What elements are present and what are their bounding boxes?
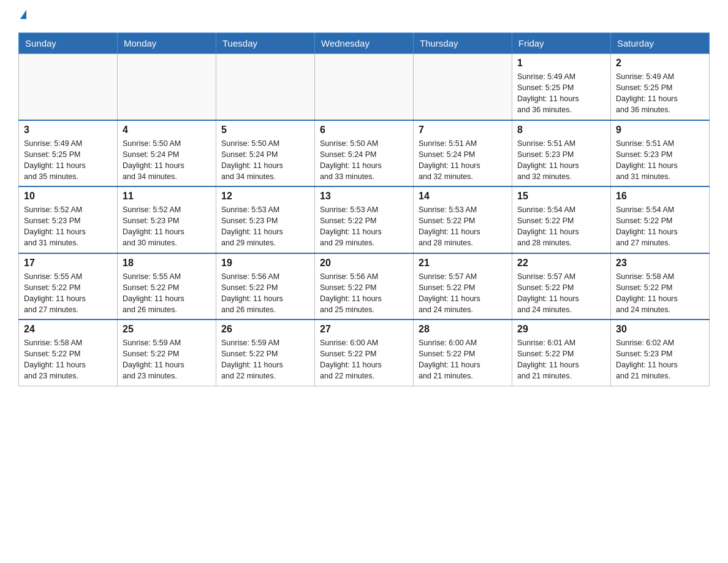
calendar-cell: 18Sunrise: 5:55 AM Sunset: 5:22 PM Dayli… (118, 253, 216, 320)
calendar-cell: 21Sunrise: 5:57 AM Sunset: 5:22 PM Dayli… (414, 253, 512, 320)
calendar-cell: 23Sunrise: 5:58 AM Sunset: 5:22 PM Dayli… (611, 253, 710, 320)
calendar-table: SundayMondayTuesdayWednesdayThursdayFrid… (18, 33, 710, 386)
calendar-cell: 8Sunrise: 5:51 AM Sunset: 5:23 PM Daylig… (512, 120, 611, 187)
day-number: 28 (419, 324, 507, 335)
logo-triangle-icon (20, 10, 26, 19)
calendar-cell: 30Sunrise: 6:02 AM Sunset: 5:23 PM Dayli… (611, 320, 710, 386)
day-info: Sunrise: 5:53 AM Sunset: 5:23 PM Dayligh… (221, 204, 309, 249)
calendar-cell: 24Sunrise: 5:58 AM Sunset: 5:22 PM Dayli… (19, 320, 118, 386)
calendar-header-wednesday: Wednesday (315, 33, 414, 54)
day-info: Sunrise: 5:53 AM Sunset: 5:22 PM Dayligh… (419, 204, 507, 249)
calendar-cell: 4Sunrise: 5:50 AM Sunset: 5:24 PM Daylig… (118, 120, 216, 187)
day-info: Sunrise: 5:49 AM Sunset: 5:25 PM Dayligh… (616, 71, 704, 116)
day-info: Sunrise: 5:58 AM Sunset: 5:22 PM Dayligh… (24, 337, 112, 382)
calendar-header-row: SundayMondayTuesdayWednesdayThursdayFrid… (19, 33, 710, 54)
day-number: 27 (320, 324, 408, 335)
day-info: Sunrise: 5:58 AM Sunset: 5:22 PM Dayligh… (616, 271, 704, 316)
day-number: 23 (616, 258, 704, 269)
calendar-cell: 16Sunrise: 5:54 AM Sunset: 5:22 PM Dayli… (611, 186, 710, 253)
calendar-cell (414, 54, 512, 120)
day-info: Sunrise: 5:59 AM Sunset: 5:22 PM Dayligh… (123, 337, 211, 382)
calendar-header-monday: Monday (118, 33, 216, 54)
header (18, 12, 710, 21)
day-number: 24 (24, 324, 112, 335)
day-number: 3 (24, 124, 112, 136)
calendar-cell: 7Sunrise: 5:51 AM Sunset: 5:24 PM Daylig… (414, 120, 512, 187)
day-number: 18 (123, 258, 211, 269)
day-number: 10 (24, 191, 112, 202)
day-number: 25 (123, 324, 211, 335)
day-number: 16 (616, 191, 704, 202)
day-number: 14 (419, 191, 507, 202)
day-number: 7 (419, 124, 507, 136)
day-number: 11 (123, 191, 211, 202)
day-number: 30 (616, 324, 704, 335)
calendar-week-row: 3Sunrise: 5:49 AM Sunset: 5:25 PM Daylig… (19, 120, 710, 187)
day-number: 15 (517, 191, 605, 202)
calendar-cell: 22Sunrise: 5:57 AM Sunset: 5:22 PM Dayli… (512, 253, 611, 320)
calendar-cell: 14Sunrise: 5:53 AM Sunset: 5:22 PM Dayli… (414, 186, 512, 253)
calendar-cell: 1Sunrise: 5:49 AM Sunset: 5:25 PM Daylig… (512, 54, 611, 120)
calendar-week-row: 24Sunrise: 5:58 AM Sunset: 5:22 PM Dayli… (19, 320, 710, 386)
calendar-cell: 20Sunrise: 5:56 AM Sunset: 5:22 PM Dayli… (315, 253, 414, 320)
calendar-week-row: 10Sunrise: 5:52 AM Sunset: 5:23 PM Dayli… (19, 186, 710, 253)
calendar-cell: 26Sunrise: 5:59 AM Sunset: 5:22 PM Dayli… (216, 320, 315, 386)
day-info: Sunrise: 5:54 AM Sunset: 5:22 PM Dayligh… (616, 204, 704, 249)
day-info: Sunrise: 5:57 AM Sunset: 5:22 PM Dayligh… (419, 271, 507, 316)
day-number: 26 (221, 324, 309, 335)
day-info: Sunrise: 5:51 AM Sunset: 5:23 PM Dayligh… (517, 138, 605, 183)
day-info: Sunrise: 6:00 AM Sunset: 5:22 PM Dayligh… (419, 337, 507, 382)
calendar-cell: 11Sunrise: 5:52 AM Sunset: 5:23 PM Dayli… (118, 186, 216, 253)
day-number: 13 (320, 191, 408, 202)
calendar-cell: 3Sunrise: 5:49 AM Sunset: 5:25 PM Daylig… (19, 120, 118, 187)
calendar-header-thursday: Thursday (414, 33, 512, 54)
calendar-header-saturday: Saturday (611, 33, 710, 54)
day-number: 29 (517, 324, 605, 335)
calendar-cell: 10Sunrise: 5:52 AM Sunset: 5:23 PM Dayli… (19, 186, 118, 253)
calendar-cell (19, 54, 118, 120)
day-info: Sunrise: 5:55 AM Sunset: 5:22 PM Dayligh… (123, 271, 211, 316)
day-info: Sunrise: 5:56 AM Sunset: 5:22 PM Dayligh… (320, 271, 408, 316)
calendar-cell: 15Sunrise: 5:54 AM Sunset: 5:22 PM Dayli… (512, 186, 611, 253)
day-number: 20 (320, 258, 408, 269)
logo-area (18, 12, 26, 21)
day-number: 4 (123, 124, 211, 136)
day-info: Sunrise: 5:51 AM Sunset: 5:23 PM Dayligh… (616, 138, 704, 183)
calendar-cell: 19Sunrise: 5:56 AM Sunset: 5:22 PM Dayli… (216, 253, 315, 320)
calendar-header-friday: Friday (512, 33, 611, 54)
day-info: Sunrise: 5:56 AM Sunset: 5:22 PM Dayligh… (221, 271, 309, 316)
day-info: Sunrise: 5:50 AM Sunset: 5:24 PM Dayligh… (320, 138, 408, 183)
day-info: Sunrise: 6:02 AM Sunset: 5:23 PM Dayligh… (616, 337, 704, 382)
day-info: Sunrise: 5:50 AM Sunset: 5:24 PM Dayligh… (123, 138, 211, 183)
day-info: Sunrise: 5:50 AM Sunset: 5:24 PM Dayligh… (221, 138, 309, 183)
calendar-cell: 9Sunrise: 5:51 AM Sunset: 5:23 PM Daylig… (611, 120, 710, 187)
day-info: Sunrise: 5:53 AM Sunset: 5:22 PM Dayligh… (320, 204, 408, 249)
day-info: Sunrise: 5:55 AM Sunset: 5:22 PM Dayligh… (24, 271, 112, 316)
day-info: Sunrise: 5:51 AM Sunset: 5:24 PM Dayligh… (419, 138, 507, 183)
day-info: Sunrise: 5:49 AM Sunset: 5:25 PM Dayligh… (24, 138, 112, 183)
day-info: Sunrise: 5:52 AM Sunset: 5:23 PM Dayligh… (123, 204, 211, 249)
day-number: 9 (616, 124, 704, 136)
day-info: Sunrise: 6:01 AM Sunset: 5:22 PM Dayligh… (517, 337, 605, 382)
calendar-cell (216, 54, 315, 120)
calendar-week-row: 1Sunrise: 5:49 AM Sunset: 5:25 PM Daylig… (19, 54, 710, 120)
calendar-cell: 29Sunrise: 6:01 AM Sunset: 5:22 PM Dayli… (512, 320, 611, 386)
day-number: 21 (419, 258, 507, 269)
day-info: Sunrise: 6:00 AM Sunset: 5:22 PM Dayligh… (320, 337, 408, 382)
day-number: 22 (517, 258, 605, 269)
day-number: 19 (221, 258, 309, 269)
day-info: Sunrise: 5:57 AM Sunset: 5:22 PM Dayligh… (517, 271, 605, 316)
calendar-cell: 27Sunrise: 6:00 AM Sunset: 5:22 PM Dayli… (315, 320, 414, 386)
day-number: 17 (24, 258, 112, 269)
calendar-cell: 17Sunrise: 5:55 AM Sunset: 5:22 PM Dayli… (19, 253, 118, 320)
calendar-cell: 25Sunrise: 5:59 AM Sunset: 5:22 PM Dayli… (118, 320, 216, 386)
day-info: Sunrise: 5:49 AM Sunset: 5:25 PM Dayligh… (517, 71, 605, 116)
day-number: 8 (517, 124, 605, 136)
calendar-header-tuesday: Tuesday (216, 33, 315, 54)
calendar-cell: 2Sunrise: 5:49 AM Sunset: 5:25 PM Daylig… (611, 54, 710, 120)
day-info: Sunrise: 5:54 AM Sunset: 5:22 PM Dayligh… (517, 204, 605, 249)
calendar-cell: 28Sunrise: 6:00 AM Sunset: 5:22 PM Dayli… (414, 320, 512, 386)
day-number: 5 (221, 124, 309, 136)
calendar-cell: 13Sunrise: 5:53 AM Sunset: 5:22 PM Dayli… (315, 186, 414, 253)
calendar-cell: 12Sunrise: 5:53 AM Sunset: 5:23 PM Dayli… (216, 186, 315, 253)
